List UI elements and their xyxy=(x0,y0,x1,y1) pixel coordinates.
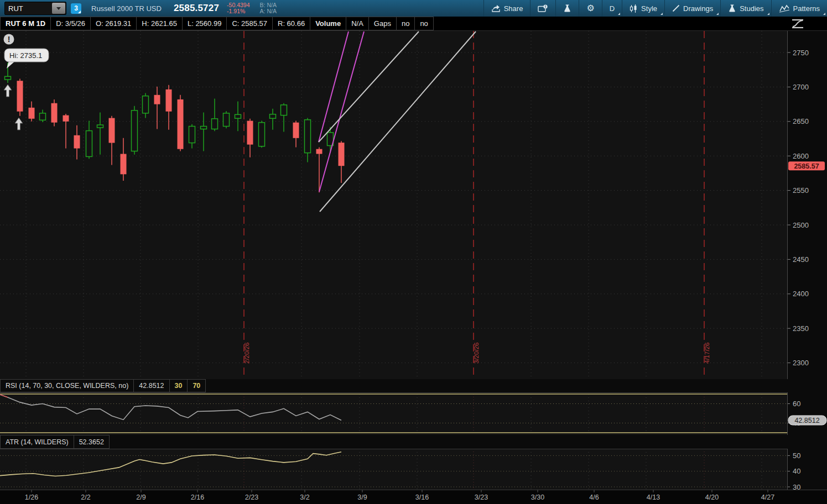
svg-text:4/6: 4/6 xyxy=(589,494,599,501)
volume-value: N/A xyxy=(346,17,369,30)
gap-down-value: no xyxy=(414,17,433,30)
candle-down xyxy=(339,143,345,166)
candle-down xyxy=(74,135,80,149)
change-percent: -1.91% xyxy=(227,8,249,14)
svg-text:3/9: 3/9 xyxy=(357,494,367,501)
candle-up xyxy=(259,123,265,146)
svg-text:2750: 2750 xyxy=(793,49,809,57)
svg-text:3/16: 3/16 xyxy=(415,494,429,501)
time-axis-strip[interactable] xyxy=(0,490,827,504)
symbol-box xyxy=(4,2,66,15)
atr-header: ATR (14, WILDERS) 52.3652 xyxy=(0,435,788,449)
candle-down xyxy=(63,116,69,122)
chart-title[interactable]: RUT 6 M 1D xyxy=(0,17,51,30)
svg-text:2600: 2600 xyxy=(793,152,809,160)
svg-text:2450: 2450 xyxy=(793,255,809,264)
candle-down xyxy=(247,121,253,145)
studies-button[interactable]: Studies xyxy=(720,0,771,17)
candle-down xyxy=(29,108,35,119)
svg-text:40: 40 xyxy=(793,467,800,475)
candle-down xyxy=(121,154,127,175)
svg-text:4/27: 4/27 xyxy=(761,494,774,501)
candle-up xyxy=(86,131,92,157)
candle-down xyxy=(166,90,172,112)
drawings-button[interactable]: Drawings xyxy=(664,0,720,17)
patterns-label: Patterns xyxy=(793,4,820,13)
svg-text:2/23: 2/23 xyxy=(245,494,258,501)
last-price: 2585.5727 xyxy=(174,3,219,14)
candle-up xyxy=(223,113,230,127)
price-change: -50.4394 -1.91% xyxy=(227,2,249,14)
svg-text:50: 50 xyxy=(793,452,800,460)
candle-up xyxy=(97,125,103,128)
ohlc-bar: RUT 6 M 1D D: 3/5/26 O: 2619.31 H: 2621.… xyxy=(0,17,827,31)
candle-down xyxy=(293,123,299,138)
candle-up xyxy=(270,114,276,119)
rsi-value: 42.8512 xyxy=(133,379,169,392)
atr-title[interactable]: ATR (14, WILDERS) xyxy=(0,435,74,449)
candle-up xyxy=(143,96,149,113)
price-chart[interactable]: 2750270026502600255025002450240023502300… xyxy=(0,31,827,504)
svg-text:3/2: 3/2 xyxy=(300,494,309,501)
rsi-header: RSI (14, 70, 30, CLOSE, WILDERS, no) 42.… xyxy=(0,379,788,392)
bid-ask: B: N/A A: N/A xyxy=(260,2,277,14)
candle-down xyxy=(17,81,23,112)
symbol-dropdown-button[interactable] xyxy=(52,3,65,14)
ask-value: A: N/A xyxy=(260,8,277,14)
svg-text:42.8512: 42.8512 xyxy=(794,417,819,424)
symbol-input[interactable] xyxy=(5,4,51,13)
svg-text:3/23: 3/23 xyxy=(475,494,488,501)
candle-style-icon xyxy=(630,4,638,13)
chart-area: 2750270026502600255025002450240023502300… xyxy=(0,31,827,504)
svg-text:2500: 2500 xyxy=(793,221,809,229)
patterns-button[interactable]: Patterns xyxy=(771,0,827,17)
svg-text:!: ! xyxy=(8,35,11,44)
analyze-button[interactable] xyxy=(555,0,579,17)
volume-label[interactable]: Volume xyxy=(310,17,346,30)
candle-up xyxy=(40,113,46,120)
candle-up xyxy=(132,111,138,151)
svg-text:4/13: 4/13 xyxy=(647,494,660,501)
timeframe-label: D xyxy=(610,4,615,13)
last-price-badge: 2585.57 xyxy=(788,161,825,170)
svg-text:60: 60 xyxy=(793,400,800,408)
style-button[interactable]: Style xyxy=(622,0,664,17)
chart-settings-button[interactable]: ⚙ xyxy=(579,0,601,17)
drawings-label: Drawings xyxy=(683,4,713,13)
candle-up xyxy=(305,120,311,153)
atr-value: 52.3652 xyxy=(74,435,110,449)
link-group-badge[interactable]: 3 xyxy=(71,3,81,14)
candle-down xyxy=(154,95,160,104)
timeframe-button[interactable]: D xyxy=(602,0,622,17)
gaps-label[interactable]: Gaps xyxy=(368,17,397,30)
candle-down xyxy=(109,118,115,143)
svg-text:1/26: 1/26 xyxy=(25,494,38,501)
svg-text:Hi: 2735.1: Hi: 2735.1 xyxy=(9,51,42,60)
svg-text:3/20/26: 3/20/26 xyxy=(473,343,480,364)
svg-text:2550: 2550 xyxy=(793,186,809,195)
gap-up-value: no xyxy=(396,17,415,30)
alert-note-icon xyxy=(538,4,548,13)
studies-label: Studies xyxy=(740,4,763,13)
rsi-oversold-level: 30 xyxy=(169,379,188,392)
rsi-title[interactable]: RSI (14, 70, 30, CLOSE, WILDERS, no) xyxy=(0,379,134,392)
candle-up xyxy=(201,127,207,129)
alert-bubble[interactable]: ! xyxy=(4,34,14,45)
svg-text:2/2: 2/2 xyxy=(81,494,90,501)
candle-down xyxy=(178,99,184,149)
ohlc-high: H: 2621.65 xyxy=(136,17,183,30)
share-button[interactable]: Share xyxy=(483,0,530,17)
svg-text:2/20/26: 2/20/26 xyxy=(243,343,250,364)
rsi-value-badge: 42.8512 xyxy=(788,416,826,425)
price-scale-icon[interactable] xyxy=(790,18,805,29)
candle-up xyxy=(212,119,218,129)
ohlc-open: O: 2619.31 xyxy=(90,17,137,30)
chevron-down-icon xyxy=(56,7,61,12)
chart-alerts-button[interactable] xyxy=(530,0,555,17)
svg-text:2400: 2400 xyxy=(793,290,809,298)
candle-up xyxy=(235,114,241,118)
svg-text:4/17/26: 4/17/26 xyxy=(704,343,710,364)
share-label: Share xyxy=(504,4,523,13)
candle-down xyxy=(316,149,323,154)
share-icon xyxy=(491,4,501,12)
